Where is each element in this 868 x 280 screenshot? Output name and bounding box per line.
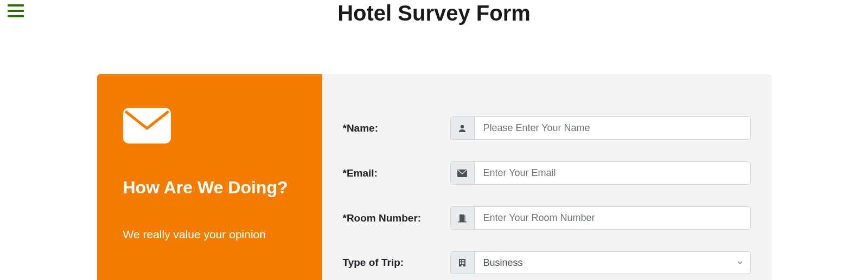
mail-icon: [451, 162, 475, 184]
svg-rect-10: [462, 262, 463, 263]
svg-rect-6: [460, 260, 461, 261]
room-input-group: [450, 206, 751, 230]
svg-rect-8: [463, 260, 464, 261]
svg-rect-3: [459, 214, 464, 222]
svg-rect-7: [462, 260, 463, 261]
name-input-group: [450, 116, 751, 140]
page-title: Hotel Survey Form: [0, 0, 868, 25]
room-row: *Room Number:: [343, 206, 751, 230]
svg-rect-15: [462, 265, 463, 266]
room-label: *Room Number:: [343, 212, 450, 224]
name-input[interactable]: [475, 117, 750, 139]
form-panel: *Name: *Email:: [322, 74, 771, 280]
svg-rect-0: [123, 108, 171, 144]
name-row: *Name:: [343, 116, 751, 140]
email-input[interactable]: [475, 162, 750, 184]
svg-rect-9: [460, 262, 461, 263]
svg-rect-11: [463, 262, 464, 263]
svg-rect-14: [463, 263, 464, 264]
intro-subtext: We really value your opinion: [123, 228, 296, 241]
intro-heading: How Are We Doing?: [123, 177, 296, 198]
trip-row: Type of Trip:: [343, 251, 751, 274]
room-input[interactable]: [475, 207, 750, 229]
trip-input-group: Business: [450, 251, 751, 274]
user-icon: [451, 117, 475, 139]
email-row: *Email:: [343, 161, 751, 185]
envelope-icon: [123, 108, 296, 146]
intro-panel: How Are We Doing? We really value your o…: [97, 74, 322, 280]
name-label: *Name:: [343, 122, 450, 134]
door-icon: [451, 207, 475, 229]
form-container: How Are We Doing? We really value your o…: [97, 74, 771, 280]
trip-select[interactable]: Business: [475, 252, 750, 274]
svg-point-1: [461, 125, 464, 128]
email-label: *Email:: [343, 167, 450, 179]
menu-button[interactable]: [8, 4, 24, 17]
trip-label: Type of Trip:: [343, 257, 450, 269]
svg-rect-13: [462, 263, 463, 264]
email-input-group: [450, 161, 751, 185]
building-icon: [451, 252, 475, 274]
svg-rect-12: [460, 263, 461, 264]
